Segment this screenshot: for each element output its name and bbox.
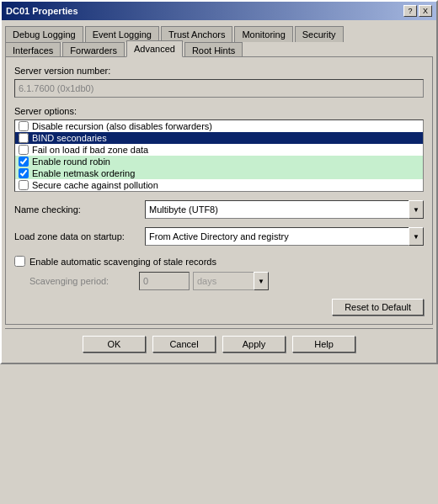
close-title-button[interactable]: X (419, 5, 432, 17)
bottom-button-bar: OK Cancel Apply Help (5, 328, 433, 359)
server-version-label: Server version number: (14, 66, 424, 76)
main-window: DC01 Properties ? X Debug Logging Event … (0, 0, 438, 364)
option-secure-cache-label: Secure cache against pollution (32, 180, 158, 190)
option-netmask-ordering-label: Enable netmask ordering (32, 168, 135, 178)
name-checking-select[interactable]: Multibyte (UTF8) (145, 200, 424, 219)
apply-button[interactable]: Apply (222, 336, 286, 353)
cancel-button[interactable]: Cancel (152, 336, 216, 353)
option-netmask-ordering[interactable]: Enable netmask ordering (15, 167, 423, 179)
server-options-label: Server options: (14, 106, 424, 116)
tabs-row-2: Interfaces Forwarders Advanced Root Hint… (5, 40, 433, 56)
option-round-robin-label: Enable round robin (32, 157, 110, 167)
scavenging-period-input (139, 272, 190, 290)
option-disable-recursion-checkbox[interactable] (19, 121, 29, 131)
load-zone-row: Load zone data on startup: From Active D… (14, 227, 424, 246)
option-disable-recursion-label: Disable recursion (also disables forward… (32, 121, 212, 131)
help-button[interactable]: Help (292, 336, 355, 353)
option-fail-on-load[interactable]: Fail on load if bad zone data (15, 144, 423, 156)
option-secure-cache-checkbox[interactable] (19, 180, 29, 190)
scavenging-period-row: Scavenging period: days ▼ (29, 272, 424, 290)
option-bind-secondaries[interactable]: BIND secondaries (15, 132, 423, 144)
tab-panel-advanced: Server version number: Server options: D… (5, 56, 433, 325)
option-bind-secondaries-checkbox[interactable] (19, 133, 29, 143)
option-round-robin[interactable]: Enable round robin (15, 156, 423, 167)
ok-button[interactable]: OK (83, 336, 146, 353)
scavenging-checkbox-label: Enable automatic scavenging of stale rec… (29, 257, 216, 267)
scavenging-days-wrapper: days ▼ (193, 272, 269, 290)
reset-row: Reset to Default (14, 299, 424, 316)
name-checking-label: Name checking: (14, 204, 145, 215)
scavenging-period-label: Scavenging period: (29, 276, 139, 286)
scavenging-days-select: days (193, 272, 269, 290)
load-zone-select-wrapper: From Active Directory and registry ▼ (145, 227, 424, 246)
server-options-list: Disable recursion (also disables forward… (14, 119, 424, 192)
tabs-row-1: Debug Logging Event Logging Trust Anchor… (5, 24, 433, 40)
name-checking-row: Name checking: Multibyte (UTF8) ▼ (14, 200, 424, 219)
window-title: DC01 Properties (6, 6, 78, 16)
option-fail-on-load-label: Fail on load if bad zone data (32, 145, 148, 155)
content-area: Debug Logging Event Logging Trust Anchor… (2, 20, 436, 363)
tab-advanced[interactable]: Advanced (126, 40, 183, 57)
option-fail-on-load-checkbox[interactable] (19, 145, 29, 155)
option-disable-recursion[interactable]: Disable recursion (also disables forward… (15, 120, 423, 132)
load-zone-label: Load zone data on startup: (14, 231, 145, 241)
scavenging-checkbox-row: Enable automatic scavenging of stale rec… (14, 256, 424, 267)
title-controls: ? X (403, 5, 432, 17)
help-title-button[interactable]: ? (403, 5, 417, 17)
tab-monitoring[interactable]: Monitoring (234, 26, 292, 42)
tab-security[interactable]: Security (295, 26, 344, 42)
scavenging-enable-checkbox[interactable] (14, 256, 25, 267)
option-bind-secondaries-label: BIND secondaries (32, 133, 107, 143)
title-bar: DC01 Properties ? X (2, 2, 436, 20)
server-version-input (14, 79, 424, 98)
load-zone-select[interactable]: From Active Directory and registry (145, 227, 424, 246)
option-round-robin-checkbox[interactable] (19, 157, 29, 167)
option-secure-cache[interactable]: Secure cache against pollution (15, 179, 423, 191)
option-netmask-ordering-checkbox[interactable] (19, 168, 29, 178)
tab-debug-logging[interactable]: Debug Logging (5, 26, 83, 42)
name-checking-select-wrapper: Multibyte (UTF8) ▼ (145, 200, 424, 219)
reset-to-default-button[interactable]: Reset to Default (332, 299, 424, 316)
